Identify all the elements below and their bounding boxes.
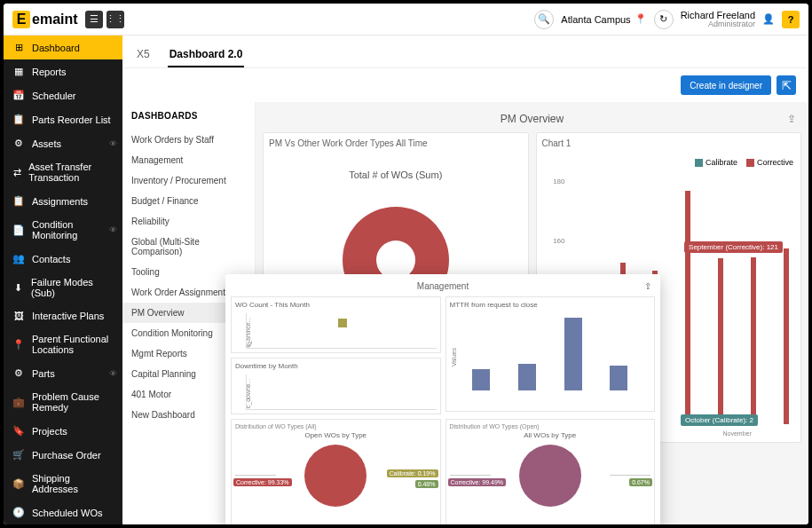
sidebar-item-asset-transfer-transaction[interactable]: ⇄Asset Transfer Transaction (4, 155, 122, 189)
badge-corrective: Corrective: 99.33% (233, 478, 292, 486)
sidebar-icon: 💼 (12, 397, 25, 408)
sidebar-item-reports[interactable]: ▦Reports (4, 59, 122, 83)
sidebar-item-assignments[interactable]: 📋Assignments (4, 189, 122, 213)
pie-all-wos (519, 445, 581, 507)
eye-icon: 👁 (109, 139, 117, 148)
menu-icon[interactable]: ☰ (85, 11, 103, 28)
share-button[interactable]: ⇱ (777, 75, 796, 95)
sidebar-item-contacts[interactable]: 👥Contacts (4, 247, 122, 271)
dist-all-card: Distribution of WO Types (All) Open WOs … (231, 419, 441, 524)
mttr-bar (610, 366, 627, 390)
sidebar-icon: 📍 (12, 339, 25, 351)
tab-bar: X5 Dashboard 2.0 (122, 35, 808, 68)
badge-other: 0.48% (415, 480, 438, 488)
sidebar-label: Contacts (32, 254, 70, 264)
location-selector[interactable]: Atlanta Campus 📍 (561, 13, 646, 25)
sidebar-icon: ⇄ (12, 167, 21, 178)
logo[interactable]: E emaint (12, 11, 78, 28)
tooltip-sep: September (Corrective): 121 (684, 241, 783, 253)
dashboard-item[interactable]: Reliability (122, 211, 255, 232)
sidebar-item-assets[interactable]: ⚙Assets👁 (4, 131, 122, 155)
help-button[interactable]: ? (782, 11, 800, 28)
badge-calibrate: Calibrate: 0.19% (387, 469, 438, 477)
sidebar-label: Projects (32, 426, 67, 437)
sidebar-label: Failure Modes (Sub) (31, 277, 114, 298)
sidebar-label: Shipping Addresses (32, 473, 114, 494)
dashboard-item[interactable]: Budget / Finance (122, 191, 255, 211)
mttr-bar (564, 318, 582, 390)
export-icon[interactable]: ⇪ (644, 281, 651, 291)
dashboard-item[interactable]: Work Orders by Staff (122, 130, 255, 150)
sidebar-item-dashboard[interactable]: ⊞Dashboard (4, 35, 122, 59)
sidebar-icon: 🕐 (12, 507, 25, 518)
dashboard-item[interactable]: Management (122, 150, 255, 170)
sidebar-item-parts[interactable]: ⚙Parts👁 (4, 361, 122, 385)
sidebar-item-problem-cause-remedy[interactable]: 💼Problem Cause Remedy (4, 385, 122, 419)
sidebar-icon: ⚙ (12, 367, 25, 379)
sidebar-item-failure-modes-sub-[interactable]: ⬇Failure Modes (Sub) (4, 271, 122, 304)
sidebar-item-scheduled-wos[interactable]: 🕐Scheduled WOs (4, 500, 122, 524)
user-name: Richard Freeland (681, 10, 755, 20)
sidebar-icon: 📋 (12, 114, 25, 125)
dashboard-item[interactable]: Inventory / Procurement (122, 170, 255, 191)
legend-corrective: Corrective (757, 158, 793, 167)
sidebar-label: Dashboard (32, 43, 80, 53)
sidebar-item-purchase-order[interactable]: 🛒Purchase Order (4, 443, 122, 467)
sidebar-label: Parts (32, 368, 55, 379)
bar (718, 258, 723, 424)
export-icon[interactable]: ⇪ (787, 113, 796, 125)
brand-name: emaint (32, 12, 78, 28)
location-label: Atlanta Campus (561, 14, 630, 25)
badge-other: 0.67% (629, 478, 652, 486)
sidebar-icon: ⚙ (12, 138, 25, 149)
sidebar-icon: 🛒 (12, 449, 25, 461)
dist-open-header: Distribution of WO Types (Open) (450, 423, 651, 429)
create-in-designer-button[interactable]: Create in designer (681, 75, 771, 95)
search-icon[interactable]: 🔍 (534, 10, 554, 29)
data-point (338, 319, 347, 327)
management-title: Management (417, 281, 469, 291)
axis-label: Values (450, 348, 456, 366)
wo-count-title: WO Count - This Month (235, 301, 437, 309)
pm-overview-title: PM Overview (501, 113, 564, 125)
tab-dashboard-2[interactable]: Dashboard 2.0 (168, 43, 245, 67)
mttr-bar (518, 364, 536, 390)
topbar: E emaint ☰ ⋮⋮ 🔍 Atlanta Campus 📍 ↻ Richa… (4, 4, 808, 35)
dashboard-list-header: DASHBOARDS (122, 102, 255, 130)
tooltip-oct-cal: October (Calibrate): 2 (681, 414, 758, 426)
sidebar-item-parts-reorder-list[interactable]: 📋Parts Reorder List (4, 107, 122, 131)
wo-count-card: WO Count - This Month c_artifice... 0 (231, 296, 441, 353)
sidebar-label: Interactive Plans (32, 311, 104, 321)
user-menu[interactable]: Richard Freeland Administrator (681, 10, 755, 29)
x-label: November (722, 430, 751, 437)
sidebar-icon: ▦ (12, 66, 25, 77)
history-icon[interactable]: ↻ (654, 10, 674, 29)
badge-corrective: Corrective: 99.49% (448, 478, 507, 486)
downtime-card: Downtime by Month c_downti... (231, 358, 441, 414)
user-icon: 👤 (762, 13, 775, 25)
sidebar-item-parent-functional-locations[interactable]: 📍Parent Functional Locations (4, 327, 122, 361)
downtime-title: Downtime by Month (235, 362, 437, 370)
sidebar-label: Purchase Order (32, 450, 101, 461)
mttr-title: MTTR from request to close (450, 301, 651, 309)
management-panel[interactable]: Management ⇪ WO Count - This Month c_art… (225, 274, 660, 524)
sidebar-icon: ⬇ (12, 282, 24, 294)
sidebar-label: Scheduler (32, 91, 76, 101)
dist-all-header: Distribution of WO Types (All) (235, 423, 437, 429)
legend-calibrate: Calibrate (706, 158, 737, 167)
bar (784, 248, 789, 424)
sidebar-item-interactive-plans[interactable]: 🖼Interactive Plans (4, 304, 122, 327)
mttr-card: MTTR from request to close Values (445, 296, 656, 412)
sidebar-item-scheduler[interactable]: 📅Scheduler (4, 83, 122, 107)
tab-x5[interactable]: X5 (135, 43, 152, 67)
sidebar-item-condition-monitoring[interactable]: 📄Condition Monitoring👁 (4, 213, 122, 247)
network-icon[interactable]: ⋮⋮ (106, 11, 124, 28)
sidebar-label: Assets (32, 138, 61, 149)
sidebar-item-projects[interactable]: 🔖Projects (4, 419, 122, 443)
sidebar: ⊞Dashboard▦Reports📅Scheduler📋Parts Reord… (4, 35, 122, 524)
pin-icon: 📍 (635, 13, 647, 25)
dashboard-item[interactable]: Global (Multi-Site Comparison) (122, 232, 255, 262)
donut-label: Total # of WOs (Sum) (269, 169, 523, 180)
sidebar-item-shipping-addresses[interactable]: 📦Shipping Addresses (4, 467, 122, 500)
sidebar-label: Problem Cause Remedy (32, 391, 114, 413)
